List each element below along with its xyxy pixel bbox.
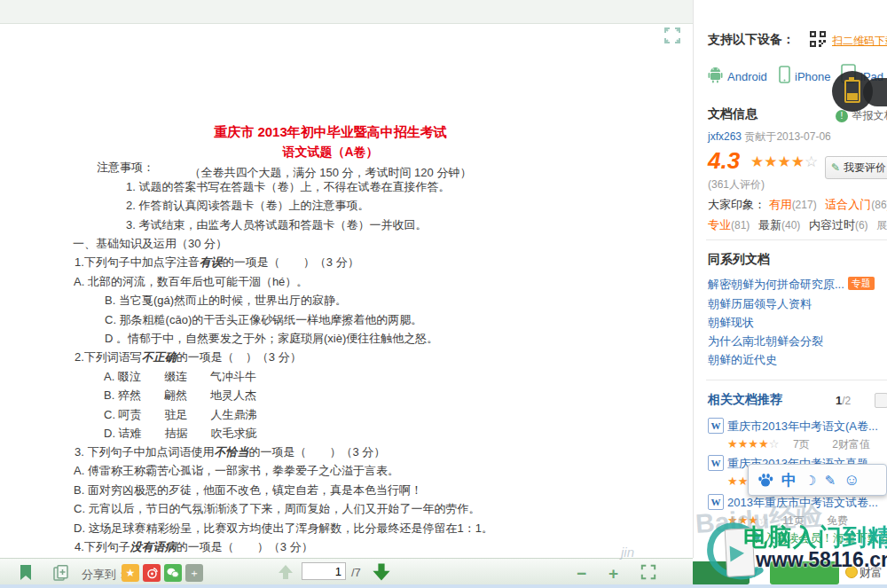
wechat-share-icon[interactable] <box>164 564 182 582</box>
q1-prefix: 1.下列句子中加点字注音 <box>75 255 200 269</box>
report-icon: ! <box>836 110 848 122</box>
more-share-icon[interactable]: ＋ <box>185 564 203 582</box>
zoom-out-button[interactable]: − <box>577 565 586 582</box>
related-heading: 相关文档推荐 <box>708 392 782 408</box>
continue-read-button[interactable] <box>770 561 839 584</box>
battery-icon <box>844 80 860 103</box>
document-page: 重庆市 2013年初中毕业暨高中招生考试 语文试题（A卷） （全卷共四个大题，满… <box>0 24 693 558</box>
zoom-in-button[interactable]: + <box>608 565 618 582</box>
doc-q2-c: C. 呵责 驻足 人生鼎沸 <box>104 407 257 422</box>
impression-label: 大家印象： <box>708 198 765 211</box>
word-doc-icon: W <box>708 494 724 510</box>
series-item-5[interactable]: 朝鲜的近代史 <box>708 352 777 368</box>
q3-suffix: 的一项是（ ）（3 分） <box>248 445 385 459</box>
impression-tag-count: (86) <box>871 199 887 211</box>
iphone-icon <box>779 66 790 83</box>
copy-doc-icon[interactable] <box>53 565 69 581</box>
doc-q3-c: C. 元宵以后，节日的气氛渐渐淡了下来，周而复始，人们又开始了一年的劳作。 <box>74 501 481 516</box>
doc-q1-b: B. 当它戛(gá)然而止的时候，世界出厅的寂静。 <box>105 293 347 308</box>
topic-badge: 专题 <box>848 277 875 290</box>
doc-subtitle: 语文试题（A卷） <box>0 145 661 161</box>
stars-empty: ☆ <box>758 514 769 527</box>
sidebar: 支持以下设备： 扫二维码下载 Android iPhone <box>701 0 887 588</box>
related-item-1-meta: ★★★★☆ 7页 2财富值 <box>727 437 870 452</box>
q4-emphasis: 没有语病 <box>130 540 177 553</box>
impression-tag[interactable]: 适合入门 <box>825 198 871 211</box>
smiley-icon[interactable]: ☺ <box>844 472 860 488</box>
related-item-1[interactable]: 重庆市2013年中考语文(A卷... <box>727 419 878 435</box>
impression-tag-count: (40) <box>781 219 800 231</box>
word-doc-icon: W <box>708 418 724 434</box>
page-total-label: /7 <box>351 566 361 579</box>
battery-widget-circle[interactable] <box>832 71 873 112</box>
prev-page-icon[interactable] <box>277 563 294 581</box>
moon-icon[interactable]: ☽ <box>805 474 816 487</box>
related-page-total: /2 <box>842 395 851 407</box>
page-count: 7页 <box>793 438 810 451</box>
device-android-link[interactable]: Android <box>727 70 767 83</box>
related-item-3[interactable]: 2013年重庆市中考语文试卷... <box>727 495 878 511</box>
doc-notice-heading: 注意事项： <box>97 160 154 175</box>
baidu-paw-icon[interactable] <box>757 473 773 487</box>
rating-stars[interactable]: ★★★★☆ <box>750 153 818 171</box>
impression-tag[interactable]: 有用 <box>769 198 792 211</box>
series-item-2[interactable]: 朝鲜历届领导人资料 <box>708 296 812 312</box>
next-page-icon[interactable] <box>371 561 392 583</box>
impression-tag-count: (6) <box>855 219 868 231</box>
doc-notice-3: 3. 考试结束，由监考人员将试题和答题卡（卷）一并收回。 <box>126 217 427 232</box>
viewer-top-strip <box>0 0 693 24</box>
series-item-3[interactable]: 朝鲜现状 <box>708 315 754 331</box>
stars-empty: ☆ <box>769 437 780 451</box>
pencil-icon[interactable]: ✎ <box>824 474 836 487</box>
doc-title: 重庆市 2013年初中毕业暨高中招生考试 <box>0 124 661 141</box>
bottom-edge-strip <box>0 584 887 588</box>
impression-tag[interactable]: 内容过时 <box>809 218 855 231</box>
q3-prefix: 3. 下列句子中加点词语使用 <box>75 445 214 459</box>
series-item-1[interactable]: 解密朝鲜为何拼命研究原...专题 <box>708 277 875 293</box>
bookmark-icon[interactable] <box>20 565 32 581</box>
q2-prefix: 2.下列词语写 <box>75 350 142 364</box>
doc-q2-b: B. 猝然 翩然 地灵人杰 <box>104 388 256 403</box>
impression-tag[interactable]: 专业 <box>708 218 731 231</box>
price-label: 免费 <box>827 514 848 527</box>
price-label: 2财富值 <box>832 438 870 451</box>
impression-tag-count: (217) <box>792 199 817 211</box>
doc-q1-a: A. 北部的河流，数百年后也可能干涸（hé）。 <box>74 274 308 289</box>
ime-chinese-mode-icon[interactable]: 中 <box>781 473 797 488</box>
rate-button-label: 我要评价 <box>844 161 886 176</box>
stars-filled: ★★★★ <box>727 437 769 451</box>
page-number-input[interactable] <box>302 562 346 580</box>
series-item-4[interactable]: 为什么南北朝鲜会分裂 <box>708 333 823 349</box>
q4-prefix: 4.下列句子 <box>75 540 130 553</box>
fullscreen-expand-icon[interactable] <box>663 27 681 44</box>
devices-label: 支持以下设备： <box>708 32 795 48</box>
related-pagination: 1/2 <box>836 394 851 407</box>
download-doc-button[interactable] <box>691 561 750 584</box>
q4-suffix: 的一项是（ ）（3 分） <box>177 540 313 553</box>
doc-section-1: 一、基础知识及运用（30 分） <box>73 236 227 251</box>
divider <box>706 380 887 380</box>
doc-q1: 1.下列句子中加点字注音有误的一项是（ ）（3 分） <box>75 255 359 270</box>
doc-q3-d: D. 这场足球赛精彩纷呈，比赛双方均使出了浑身解数，比分最终还是停留在1：1。 <box>74 521 493 536</box>
q1-suffix: 的一项是（ ）（3 分） <box>223 255 359 269</box>
uploader-link[interactable]: jxfx263 <box>708 130 742 143</box>
impression-tag[interactable]: 最新 <box>758 218 781 231</box>
rate-button[interactable]: ✎ 我要评价 <box>825 156 887 179</box>
rating-count: (361人评价) <box>708 177 765 192</box>
q1-emphasis: 有误 <box>200 255 223 269</box>
qr-download-link[interactable]: 扫二维码下载 <box>832 34 887 49</box>
viewer-toolbar: 分享到： ★ ＋ /7 − + <box>0 558 693 585</box>
expand-link[interactable]: 展开 <box>876 219 887 231</box>
series-heading: 同系列文档 <box>708 252 770 268</box>
weibo-share-icon[interactable] <box>143 564 161 582</box>
toolbar-fullscreen-icon[interactable] <box>640 564 656 580</box>
doc-q3-b: B. 面对穷凶极恶的歹徒，他面不改色，镇定自若，真是本色当行啊！ <box>74 482 422 498</box>
impression-row-2: 专业(81) 最新(40) 内容过时(6) 展开 <box>708 217 887 233</box>
viewer-sidebar-divider <box>693 0 694 558</box>
related-prev-button[interactable] <box>875 393 887 408</box>
related-item-3-meta: ★★★☆ 11页 免费 <box>727 514 848 529</box>
ime-toolbar[interactable]: 中 ☽ ✎ ☺ <box>748 464 887 496</box>
reading-member-link[interactable]: 加入阅读会员！海量下载券 <box>752 530 887 546</box>
qzone-share-icon[interactable]: ★ <box>122 564 139 582</box>
device-iphone-link[interactable]: iPhone <box>795 70 830 83</box>
